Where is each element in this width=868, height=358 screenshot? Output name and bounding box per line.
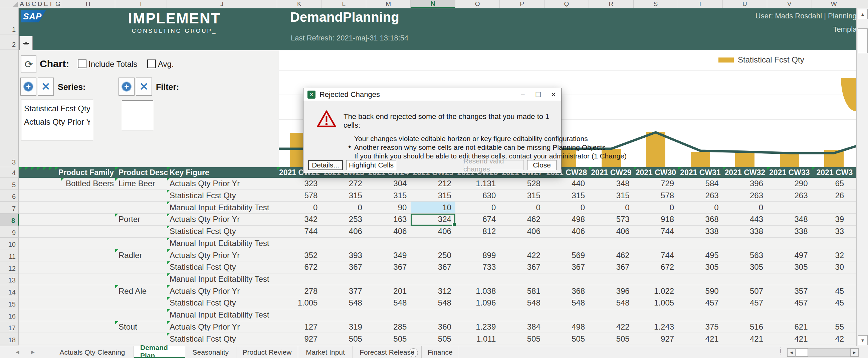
cell-week-8[interactable]: 1.022	[633, 285, 678, 297]
scroll-right-arrow-icon[interactable]: ►	[850, 348, 859, 357]
cell-product-family[interactable]: Bottled Beers	[61, 178, 114, 190]
cell-key-figure[interactable]: Statistical Fcst Qty	[167, 333, 277, 345]
cell-week-11[interactable]: 305	[767, 261, 812, 273]
cell-week-7[interactable]: 573	[589, 214, 633, 225]
table-header-week-12[interactable]: 2021 CW3	[812, 167, 856, 178]
cell-week-8[interactable]: 672	[633, 261, 678, 273]
cell-week-12[interactable]: 45	[812, 285, 856, 297]
cell-week-11[interactable]: 290	[767, 178, 812, 190]
minimize-icon[interactable]: –	[515, 88, 530, 101]
cell-week-6[interactable]: 315	[545, 190, 589, 201]
cell-week-1[interactable]: 367	[321, 261, 366, 273]
cell-week-7[interactable]: 548	[589, 297, 633, 309]
filter-listbox[interactable]	[122, 100, 153, 130]
cell-key-figure[interactable]: Statistical Fcst Qty	[167, 297, 277, 309]
cell-key-figure[interactable]: Manual Input Editability Test	[167, 238, 277, 249]
cell-week-4[interactable]: 733	[455, 261, 500, 273]
column-header-J[interactable]: J	[167, 0, 277, 8]
cell-key-figure[interactable]: Actuals Qty Prior Yr	[167, 285, 277, 297]
table-header-product-family[interactable]: Product Family	[61, 167, 114, 178]
cell-week-1[interactable]: 253	[321, 214, 366, 225]
resend-valid-changes-button[interactable]: Resend valid changes	[463, 160, 524, 170]
column-header-M[interactable]: M	[366, 0, 411, 8]
cell-week-11[interactable]: 621	[767, 321, 812, 333]
cell-week-9[interactable]: 495	[678, 249, 722, 261]
cell-key-figure[interactable]: Actuals Qty Prior Yr	[167, 249, 277, 261]
cell-week-8[interactable]: 1.005	[633, 297, 678, 309]
cell-week-5[interactable]: 367	[500, 261, 544, 273]
vertical-scroll-thumb[interactable]	[858, 28, 868, 53]
cell-week-0[interactable]: 342	[277, 214, 321, 225]
cell-week-3[interactable]: 212	[411, 178, 455, 190]
cell-product-desc[interactable]: Lime Beer	[115, 178, 167, 190]
cell-week-8[interactable]: 744	[633, 249, 678, 261]
cell-week-5[interactable]: 422	[500, 249, 544, 261]
cell-week-7[interactable]: 348	[589, 178, 633, 190]
highlight-cells-button[interactable]: Highlight Cells	[346, 160, 396, 170]
cell-week-9[interactable]: 338	[678, 226, 722, 237]
cell-week-1[interactable]: 319	[321, 321, 366, 333]
sheet-tab-actuals-qty-cleaning[interactable]: Actuals Qty Cleaning	[51, 346, 134, 358]
row-header-15[interactable]: 15	[0, 297, 19, 309]
table-header-product-desc[interactable]: Product Desc	[115, 167, 167, 178]
cell-week-4[interactable]: 899	[455, 249, 500, 261]
cell-week-12[interactable]: 26	[812, 190, 856, 201]
scroll-left-arrow-icon[interactable]: ◄	[787, 348, 796, 357]
cell-week-6[interactable]: 367	[545, 261, 589, 273]
cell-key-figure[interactable]: Statistical Fcst Qty	[167, 261, 277, 273]
cell-key-figure[interactable]: Actuals Qty Prior Yr	[167, 178, 277, 190]
column-header-W[interactable]: W	[812, 0, 856, 8]
column-header-F[interactable]: F	[49, 0, 55, 8]
row-header-8[interactable]: 8	[0, 214, 19, 226]
row-header-1[interactable]: 1	[0, 8, 19, 34]
cell-week-3[interactable]: 505	[411, 333, 455, 345]
scroll-down-arrow-icon[interactable]: ▼	[858, 335, 868, 345]
cell-week-1[interactable]: 505	[321, 333, 366, 345]
cell-week-0[interactable]: 578	[277, 190, 321, 201]
cell-week-10[interactable]: 443	[723, 214, 767, 225]
maximize-icon[interactable]: ☐	[530, 88, 546, 101]
cell-week-2[interactable]: 304	[366, 178, 411, 190]
cell-week-6[interactable]: 569	[545, 249, 589, 261]
cell-week-7[interactable]: 0	[589, 201, 633, 213]
collapse-header-button[interactable]	[19, 36, 33, 51]
cell-week-4[interactable]: 1.011	[455, 333, 500, 345]
highlighted-cell[interactable]: 10	[411, 201, 455, 213]
cell-week-6[interactable]: 498	[545, 321, 589, 333]
cell-week-2[interactable]: 90	[366, 201, 411, 213]
cell-key-figure[interactable]: Statistical Fcst Qty	[167, 226, 277, 237]
row-header-6[interactable]: 6	[0, 190, 19, 202]
cell-week-4[interactable]: 674	[455, 214, 500, 225]
cell-week-11[interactable]: 457	[767, 297, 812, 309]
column-header-A[interactable]: A	[19, 0, 25, 8]
row-header-7[interactable]: 7	[0, 201, 19, 214]
refresh-chart-button[interactable]: ⟳	[21, 55, 36, 73]
column-header-B[interactable]: B	[25, 0, 31, 8]
row-header-13[interactable]: 13	[0, 273, 19, 285]
remove-filter-button[interactable]: ✕	[136, 78, 152, 95]
row-header-14[interactable]: 14	[0, 285, 19, 297]
cell-week-2[interactable]: 505	[366, 333, 411, 345]
cell-week-5[interactable]: 505	[500, 333, 544, 345]
column-header-S[interactable]: S	[633, 0, 678, 8]
cell-week-12[interactable]: 33	[812, 226, 856, 237]
row-header-18[interactable]: 18	[0, 333, 19, 345]
cell-week-7[interactable]: 422	[589, 321, 633, 333]
cell-key-figure[interactable]: Statistical Fcst Qty	[167, 190, 277, 201]
cell-week-1[interactable]: 377	[321, 285, 366, 297]
row-header-2[interactable]: 2	[0, 34, 19, 50]
cell-week-12[interactable]: 55	[812, 321, 856, 333]
cell-week-9[interactable]: 457	[678, 297, 722, 309]
cell-week-4[interactable]: 1.038	[455, 285, 500, 297]
sheet-tab-seasonality[interactable]: Seasonality	[185, 346, 237, 358]
cell-week-3[interactable]: 548	[411, 297, 455, 309]
cell-product-desc[interactable]: Radler	[115, 249, 167, 261]
cell-key-figure[interactable]: Manual Input Editability Test	[167, 201, 277, 213]
cell-week-5[interactable]: 581	[500, 285, 544, 297]
cell-week-4[interactable]: 630	[455, 190, 500, 201]
fill-handle[interactable]	[452, 223, 456, 226]
cell-week-2[interactable]: 548	[366, 297, 411, 309]
cell-week-0[interactable]: 927	[277, 333, 321, 345]
cell-week-9[interactable]: 368	[678, 214, 722, 225]
cell-week-5[interactable]: 384	[500, 321, 544, 333]
